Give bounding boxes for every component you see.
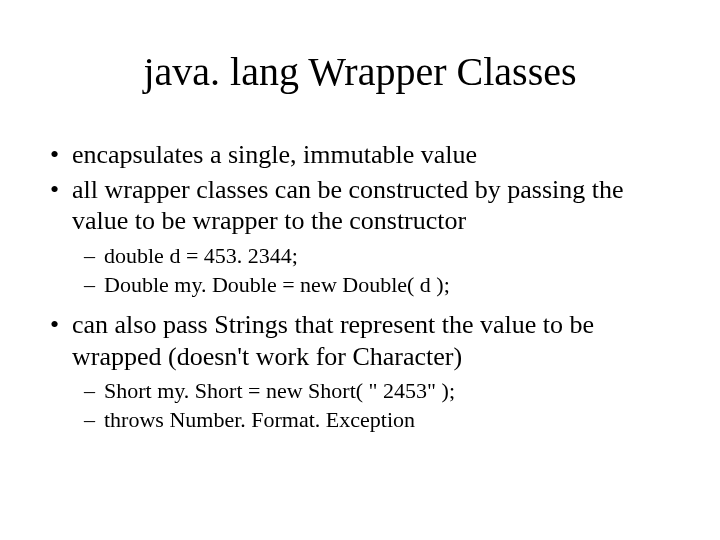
sub-bullet-list: Short my. Short = new Short( " 2453" ); … xyxy=(72,378,678,434)
bullet-text: can also pass Strings that represent the… xyxy=(72,310,594,371)
slide-title: java. lang Wrapper Classes xyxy=(42,48,678,95)
bullet-list: encapsulates a single, immutable value a… xyxy=(42,139,678,434)
bullet-item: all wrapper classes can be constructed b… xyxy=(42,174,678,299)
bullet-text: all wrapper classes can be constructed b… xyxy=(72,175,624,236)
sub-bullet-item: Short my. Short = new Short( " 2453" ); xyxy=(72,378,678,405)
bullet-item: can also pass Strings that represent the… xyxy=(42,309,678,434)
sub-bullet-list: double d = 453. 2344; Double my. Double … xyxy=(72,243,678,299)
sub-bullet-item: Double my. Double = new Double( d ); xyxy=(72,272,678,299)
sub-bullet-item: double d = 453. 2344; xyxy=(72,243,678,270)
sub-bullet-item: throws Number. Format. Exception xyxy=(72,407,678,434)
bullet-text: encapsulates a single, immutable value xyxy=(72,140,477,169)
bullet-item: encapsulates a single, immutable value xyxy=(42,139,678,171)
